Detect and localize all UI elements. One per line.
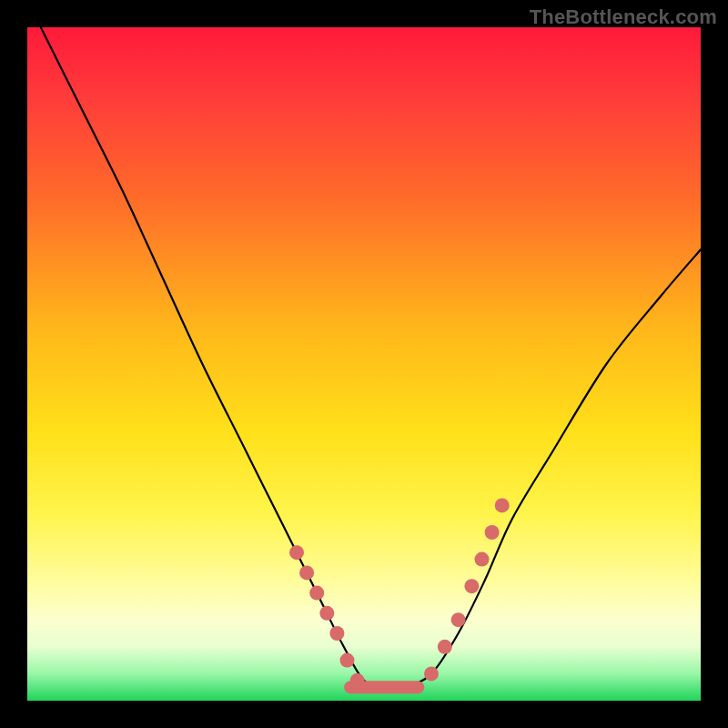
data-marker	[424, 666, 439, 681]
chart-plot-area	[27, 27, 701, 701]
data-marker	[485, 525, 500, 540]
chart-frame: TheBottleneck.com	[0, 0, 728, 728]
data-marker	[495, 498, 510, 512]
watermark-text: TheBottleneck.com	[530, 5, 717, 29]
data-marker	[299, 565, 314, 580]
data-marker	[350, 673, 365, 688]
data-marker	[475, 552, 490, 567]
data-marker	[289, 545, 304, 560]
markers-right-group	[424, 498, 510, 681]
data-marker	[319, 606, 334, 621]
data-marker	[451, 612, 466, 627]
data-marker	[329, 626, 344, 641]
chart-svg	[27, 27, 701, 701]
bottleneck-curve	[41, 27, 701, 689]
data-marker	[438, 640, 452, 654]
data-marker	[464, 579, 479, 593]
data-marker	[340, 653, 355, 668]
data-marker	[309, 586, 324, 601]
